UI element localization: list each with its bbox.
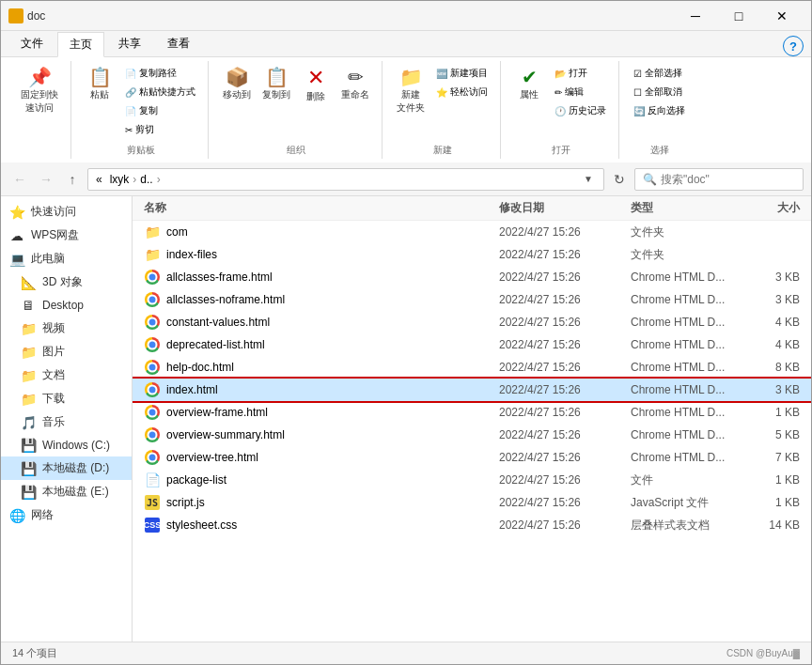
file-name-cell: 📁 com [144,224,499,240]
sidebar-item-label: 快速访问 [31,204,76,220]
tab-home[interactable]: 主页 [57,32,104,57]
table-row[interactable]: CSS stylesheet.css 2022/4/27 15:26 层叠样式表… [133,514,811,536]
file-date: 2022/4/27 15:26 [499,496,631,509]
move-to-button[interactable]: 📦 移动到 [218,65,256,104]
sidebar-item-local-e[interactable]: 💾 本地磁盘 (E:) [1,480,132,503]
sidebar-item-label: 本地磁盘 (D:) [42,460,109,476]
file-list: 名称 修改日期 类型 大小 📁 com 2022/4/27 15:26 文件夹 … [133,196,811,642]
clipboard-small-buttons: 📄 复制路径 🔗 粘贴快捷方式 📄 复制 ✂ 剪切 [120,65,200,138]
table-row[interactable]: constant-values.html 2022/4/27 15:26 Chr… [133,311,811,333]
chrome-icon [144,291,161,308]
breadcrumb-dropdown[interactable]: ▼ [581,172,596,187]
select-none-button[interactable]: ☐ 全部取消 [629,84,690,101]
sidebar-item-windows-c[interactable]: 💾 Windows (C:) [1,434,132,456]
sidebar-item-videos[interactable]: 📁 视频 [1,317,132,340]
sidebar-item-label: 下载 [42,391,65,407]
clipboard-buttons: 📋 粘贴 📄 复制路径 🔗 粘贴快捷方式 📄 复制 [81,61,200,142]
open-button[interactable]: 📂 打开 [550,65,611,82]
header-type[interactable]: 类型 [631,200,743,216]
delete-button[interactable]: ✕ 删除 [297,65,335,106]
search-box[interactable]: 🔍 [634,168,804,191]
breadcrumb-back: « [96,173,102,186]
table-row[interactable]: 📁 com 2022/4/27 15:26 文件夹 [133,221,811,243]
close-button[interactable]: ✕ [760,1,804,31]
table-row[interactable]: JS script.js 2022/4/27 15:26 JavaScript … [133,491,811,514]
file-type: 文件 [631,472,743,488]
chrome-icon [144,381,161,398]
maximize-button[interactable]: □ [717,1,760,31]
search-input[interactable] [661,173,802,186]
table-row[interactable]: overview-summary.html 2022/4/27 15:26 Ch… [133,424,811,446]
table-row[interactable]: overview-frame.html 2022/4/27 15:26 Chro… [133,401,811,424]
quick-access-buttons: 📌 固定到快速访问 [16,61,63,155]
new-folder-button[interactable]: 📁 新建文件夹 [392,65,429,117]
sidebar-item-label: Windows (C:) [42,439,110,452]
table-row[interactable]: 📁 index-files 2022/4/27 15:26 文件夹 [133,243,811,266]
tab-file[interactable]: 文件 [8,31,55,56]
refresh-button[interactable]: ↻ [608,168,631,191]
new-item-icon: 🆕 [436,69,447,79]
tab-view[interactable]: 查看 [155,31,202,56]
cut-button[interactable]: ✂ 剪切 [120,121,200,138]
minimize-button[interactable]: ─ [674,1,717,31]
sidebar-item-desktop[interactable]: 🖥 Desktop [1,294,132,317]
sidebar-item-wps[interactable]: ☁ WPS网盘 [1,224,132,247]
sidebar-item-pictures[interactable]: 📁 图片 [1,340,132,363]
copy-button[interactable]: 📄 复制 [120,102,200,119]
sidebar-item-downloads[interactable]: 📁 下载 [1,387,132,410]
file-size: 3 KB [743,271,800,284]
tab-share[interactable]: 共享 [106,31,153,56]
table-row[interactable]: index.html 2022/4/27 15:26 Chrome HTML D… [133,379,811,401]
folder-icon: 📁 [144,224,161,240]
sidebar-item-local-d[interactable]: 💾 本地磁盘 (D:) [1,456,132,480]
pin-to-quickaccess-button[interactable]: 📌 固定到快速访问 [16,65,63,117]
sidebar-item-3d[interactable]: 📐 3D 对象 [1,271,132,294]
cut-icon: ✂ [125,125,133,135]
new-item-button[interactable]: 🆕 新建项目 [431,65,492,82]
sidebar-item-music[interactable]: 🎵 音乐 [1,410,132,434]
history-button[interactable]: 🕐 历史记录 [550,102,611,119]
desktop-icon: 🖥 [20,298,37,313]
table-row[interactable]: overview-tree.html 2022/4/27 15:26 Chrom… [133,446,811,469]
paste-shortcut-button[interactable]: 🔗 粘贴快捷方式 [120,84,200,101]
sidebar: ⭐ 快速访问 ☁ WPS网盘 💻 此电脑 📐 3D 对象 🖥 Desktop 📁 [1,196,133,642]
table-row[interactable]: allclasses-noframe.html 2022/4/27 15:26 … [133,288,811,311]
downloads-icon: 📁 [20,392,37,407]
breadcrumb[interactable]: « lxyk › d.. › ▼ [87,168,604,191]
back-button[interactable]: ← [8,168,31,191]
table-row[interactable]: deprecated-list.html 2022/4/27 15:26 Chr… [133,333,811,356]
file-name-cell: overview-tree.html [144,449,499,466]
up-button[interactable]: ↑ [61,168,84,191]
open-group-label: 打开 [552,144,570,159]
sidebar-item-quick-access[interactable]: ⭐ 快速访问 [1,200,132,224]
header-size[interactable]: 大小 [743,200,800,216]
forward-button[interactable]: → [35,168,57,191]
edit-button[interactable]: ✏ 编辑 [550,84,611,101]
copy-path-button[interactable]: 📄 复制路径 [120,65,200,82]
file-date: 2022/4/27 15:26 [499,271,631,284]
file-size: 4 KB [743,338,800,351]
title-text: doc [27,9,45,23]
breadcrumb-d: d.. [140,173,152,186]
paste-button[interactable]: 📋 粘贴 [81,65,118,104]
sidebar-item-documents[interactable]: 📁 文档 [1,363,132,387]
help-button[interactable]: ? [783,36,804,56]
invert-selection-button[interactable]: 🔄 反向选择 [629,102,690,119]
header-name[interactable]: 名称 [144,200,499,216]
sidebar-item-network[interactable]: 🌐 网络 [1,503,132,527]
header-date[interactable]: 修改日期 [499,200,631,216]
music-icon: 🎵 [20,415,37,430]
file-type: 文件夹 [631,224,743,240]
easy-access-button[interactable]: ⭐ 轻松访问 [431,84,492,101]
rename-button[interactable]: ✏ 重命名 [336,65,374,104]
file-name-cell: allclasses-noframe.html [144,291,499,308]
table-row[interactable]: help-doc.html 2022/4/27 15:26 Chrome HTM… [133,356,811,379]
table-row[interactable]: allclasses-frame.html 2022/4/27 15:26 Ch… [133,266,811,288]
table-row[interactable]: 📄 package-list 2022/4/27 15:26 文件 1 KB [133,469,811,491]
file-date: 2022/4/27 15:26 [499,316,631,329]
select-all-button[interactable]: ☑ 全部选择 [629,65,690,82]
copy-to-button[interactable]: 📋 复制到 [258,65,295,104]
sidebar-item-this-pc[interactable]: 💻 此电脑 [1,247,132,271]
properties-button[interactable]: ✔ 属性 [510,65,548,104]
file-name: allclasses-noframe.html [166,293,285,306]
